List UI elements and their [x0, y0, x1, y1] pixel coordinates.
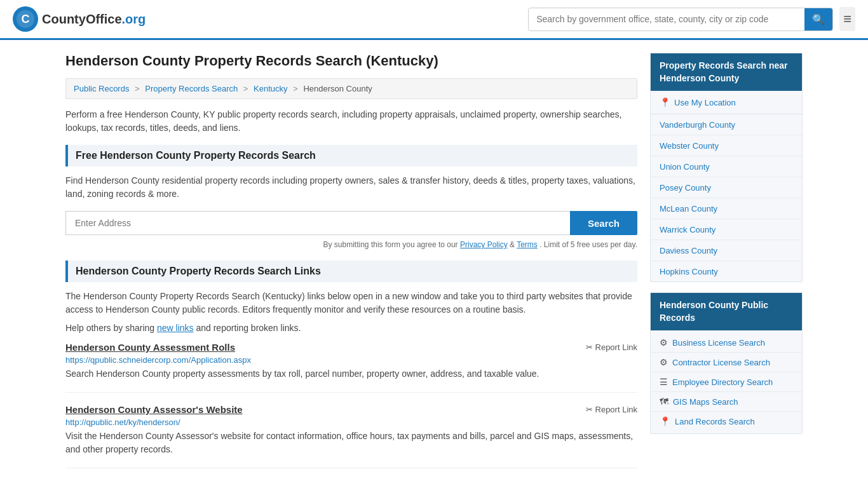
- link-desc-1: Visit the Henderson County Assessor's we…: [65, 430, 637, 456]
- disclaimer-text: By submitting this form you agree to our: [323, 240, 458, 249]
- pr-icon-2: ☰: [660, 377, 668, 387]
- breadcrumb-sep-1: >: [135, 84, 140, 93]
- links-section: Henderson County Property Records Search…: [65, 261, 637, 468]
- location-pin-icon: 📍: [660, 97, 670, 107]
- county-link-5[interactable]: Warrick County: [660, 225, 715, 234]
- header: C CountyOffice.org 🔍 ≡: [0, 0, 868, 40]
- breadcrumb-property-records[interactable]: Property Records Search: [145, 84, 238, 93]
- header-search-container: 🔍: [528, 8, 833, 31]
- hamburger-icon[interactable]: ≡: [839, 7, 855, 31]
- report-icon-1: ✂: [586, 405, 593, 414]
- share-text: Help others by sharing: [65, 323, 154, 333]
- link-title-anchor-1[interactable]: Henderson County Assessor's Website: [65, 404, 243, 415]
- main-container: Henderson County Property Records Search…: [53, 53, 815, 480]
- logo-suffix: .org: [122, 12, 146, 26]
- logo-icon: C: [13, 6, 38, 32]
- sidebar-county-item-5: Warrick County: [651, 219, 802, 240]
- sidebar-county-item-2: Union County: [651, 156, 802, 177]
- report-label-0: Report Link: [595, 342, 637, 352]
- sidebar: Property Records Search near Henderson C…: [650, 53, 803, 480]
- sidebar-county-item-0: Vanderburgh County: [651, 114, 802, 135]
- address-input[interactable]: [65, 211, 570, 235]
- report-label-1: Report Link: [595, 405, 637, 414]
- breadcrumb-kentucky[interactable]: Kentucky: [254, 84, 287, 93]
- free-search-heading: Free Henderson County Property Records S…: [65, 145, 637, 166]
- address-search-area: Search By submitting this form you agree…: [65, 211, 637, 249]
- pr-icon-4: 📍: [660, 416, 670, 426]
- page-title: Henderson County Property Records Search…: [65, 53, 637, 69]
- logo-text: CountyOffice.org: [42, 12, 146, 27]
- report-link-btn-0[interactable]: ✂ Report Link: [586, 342, 637, 352]
- report-icon-0: ✂: [586, 342, 593, 352]
- breadcrumb: Public Records > Property Records Search…: [65, 78, 637, 99]
- link-title-0: Henderson County Assessment Rolls: [65, 342, 235, 353]
- new-links-link[interactable]: new links: [157, 323, 194, 333]
- link-title-anchor-0[interactable]: Henderson County Assessment Rolls: [65, 342, 235, 353]
- pr-item-0: ⚙ Business License Search: [651, 333, 802, 353]
- pr-link-4[interactable]: Land Records Search: [675, 417, 755, 426]
- address-form: Search: [65, 211, 637, 235]
- breadcrumb-henderson-county: Henderson County: [303, 84, 372, 93]
- pr-item-4: 📍 Land Records Search: [651, 412, 802, 431]
- sidebar-pr-heading: Henderson County Public Records: [651, 293, 802, 330]
- logo-area: C CountyOffice.org: [13, 6, 146, 32]
- share-links-text: Help others by sharing new links and rep…: [65, 323, 637, 333]
- breadcrumb-public-records[interactable]: Public Records: [74, 84, 129, 93]
- sidebar-nearby-section: Property Records Search near Henderson C…: [650, 53, 803, 282]
- use-location[interactable]: 📍 Use My Location: [651, 91, 802, 114]
- breadcrumb-sep-2: >: [243, 84, 248, 93]
- pr-icon-0: ⚙: [660, 337, 668, 348]
- sidebar-county-item-1: Webster County: [651, 135, 802, 156]
- pr-item-3: 🗺 GIS Maps Search: [651, 392, 802, 412]
- pr-list: ⚙ Business License Search ⚙ Contractor L…: [651, 330, 802, 433]
- svg-text:C: C: [22, 13, 30, 25]
- disclaimer-suffix: . Limit of 5 free uses per day.: [539, 240, 637, 249]
- sidebar-nearby-heading: Property Records Search near Henderson C…: [651, 53, 802, 91]
- county-list: Vanderburgh CountyWebster CountyUnion Co…: [651, 114, 802, 281]
- county-link-6[interactable]: Daviess County: [660, 246, 717, 255]
- link-url-0: https://qpublic.schneidercorp.com/Applic…: [65, 355, 637, 365]
- county-link-2[interactable]: Union County: [660, 162, 710, 172]
- pr-icon-1: ⚙: [660, 357, 668, 367]
- pr-icon-3: 🗺: [660, 396, 668, 407]
- pr-link-0[interactable]: Business License Search: [672, 338, 765, 348]
- county-link-3[interactable]: Posey County: [660, 183, 711, 193]
- privacy-policy-link[interactable]: Privacy Policy: [460, 240, 508, 249]
- sidebar-public-records-section: Henderson County Public Records ⚙ Busine…: [650, 292, 803, 434]
- link-entries: Henderson County Assessment Rolls ✂ Repo…: [65, 342, 637, 468]
- pr-link-2[interactable]: Employee Directory Search: [672, 377, 773, 387]
- sidebar-county-item-3: Posey County: [651, 177, 802, 198]
- sidebar-county-item-7: Hopkins County: [651, 261, 802, 281]
- link-title-1: Henderson County Assessor's Website: [65, 404, 243, 415]
- link-entry-0: Henderson County Assessment Rolls ✂ Repo…: [65, 342, 637, 393]
- report-link-btn-1[interactable]: ✂ Report Link: [586, 405, 637, 414]
- pr-item-1: ⚙ Contractor License Search: [651, 353, 802, 372]
- share-suffix: and reporting broken links.: [196, 323, 301, 333]
- sidebar-county-item-4: McLean County: [651, 198, 802, 219]
- content-area: Henderson County Property Records Search…: [65, 53, 637, 480]
- links-section-heading: Henderson County Property Records Search…: [65, 261, 637, 282]
- link-desc-0: Search Henderson County property assessm…: [65, 367, 637, 381]
- link-entry-1: Henderson County Assessor's Website ✂ Re…: [65, 404, 637, 468]
- link-url-1: http://qpublic.net/ky/henderson/: [65, 417, 637, 427]
- county-link-4[interactable]: McLean County: [660, 204, 717, 214]
- terms-link[interactable]: Terms: [517, 240, 538, 249]
- intro-text: Perform a free Henderson County, KY publ…: [65, 108, 637, 135]
- link-entry-header-0: Henderson County Assessment Rolls ✂ Repo…: [65, 342, 637, 353]
- county-link-7[interactable]: Hopkins County: [660, 267, 718, 276]
- logo-brand: CountyOffice: [42, 12, 122, 26]
- header-search-input[interactable]: [529, 9, 804, 29]
- pr-link-1[interactable]: Contractor License Search: [672, 358, 770, 367]
- header-search-button[interactable]: 🔍: [804, 8, 832, 30]
- breadcrumb-sep-3: >: [293, 84, 298, 93]
- sidebar-county-item-6: Daviess County: [651, 240, 802, 261]
- pr-item-2: ☰ Employee Directory Search: [651, 372, 802, 392]
- use-location-link[interactable]: Use My Location: [674, 98, 736, 107]
- header-right: 🔍 ≡: [528, 7, 855, 31]
- county-link-1[interactable]: Webster County: [660, 141, 719, 151]
- search-button[interactable]: Search: [570, 211, 637, 235]
- form-disclaimer: By submitting this form you agree to our…: [65, 240, 637, 249]
- county-link-0[interactable]: Vanderburgh County: [660, 120, 735, 130]
- pr-link-3[interactable]: GIS Maps Search: [673, 397, 738, 407]
- link-entry-header-1: Henderson County Assessor's Website ✂ Re…: [65, 404, 637, 415]
